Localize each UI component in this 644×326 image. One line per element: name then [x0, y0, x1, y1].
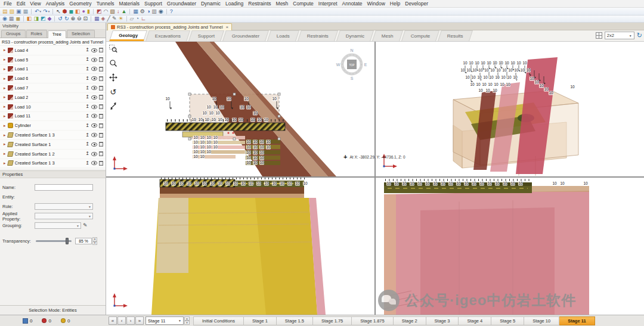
stage-tab-stage-1-5[interactable]: Stage 1.5	[277, 316, 313, 325]
layout-select[interactable]: 2x2▼	[605, 32, 634, 39]
visibility-eye-icon[interactable]	[91, 142, 97, 147]
zoom-in-icon[interactable]: ⊕	[70, 16, 75, 21]
spin-down-icon[interactable]: ▼	[184, 321, 190, 325]
edit-pencil-icon[interactable]: ✎	[83, 223, 88, 228]
visibility-eye-icon[interactable]	[91, 114, 97, 118]
expand-arrow-icon[interactable]: ▸	[4, 133, 6, 138]
visibility-eye-icon[interactable]	[91, 48, 97, 52]
axes-toggle-icon[interactable]: ∟	[141, 16, 146, 21]
open-folder-icon[interactable]: ▨	[10, 9, 15, 14]
spin-down-icon[interactable]: ▼	[92, 241, 97, 246]
menu-compute[interactable]: Compute	[290, 0, 316, 8]
tree-item-load-6[interactable]: ▸Load 6↥	[0, 74, 106, 83]
cylinder-tool-icon[interactable]: ▮	[87, 9, 90, 14]
pin-icon[interactable]: ↥	[85, 114, 89, 119]
stage-tab-stage-10[interactable]: Stage 10	[524, 316, 559, 325]
iso-view-icon[interactable]: ◆	[47, 16, 51, 21]
shaded-view-icon[interactable]: ◼	[16, 16, 20, 21]
stage-tab-stage-1[interactable]: Stage 1	[244, 316, 277, 325]
menu-dynamic[interactable]: Dynamic	[199, 0, 223, 8]
wireframe-view-icon[interactable]: ▦	[9, 16, 14, 21]
menu-window[interactable]: Window	[365, 0, 388, 8]
rotate-icon[interactable]: ↺	[108, 87, 119, 97]
expand-arrow-icon[interactable]: ▸	[4, 123, 6, 128]
pin-icon[interactable]: ↥	[85, 48, 89, 52]
stage-tab-stage-11[interactable]: Stage 11	[559, 316, 595, 325]
workflow-tab-loads[interactable]: Loads	[268, 30, 300, 41]
pin-icon[interactable]: ↥	[85, 142, 89, 147]
tree-item-load-2[interactable]: ▸Load 2↥	[0, 93, 106, 103]
pin-icon[interactable]: ↥	[85, 123, 89, 128]
menu-edit[interactable]: Edit	[14, 0, 28, 8]
restraints-tool-icon[interactable]: ▲	[121, 9, 126, 14]
measure-tool-icon[interactable]: ╱	[107, 16, 110, 21]
expand-arrow-icon[interactable]: ▸	[4, 104, 6, 109]
tree-item-load-1[interactable]: ▸Load 1↥	[0, 65, 106, 74]
tree-root[interactable]: RS3 - construction process_adding Joints…	[0, 38, 106, 46]
visibility-eye-icon[interactable]	[91, 76, 97, 80]
menu-tunnels[interactable]: Tunnels	[94, 0, 117, 8]
resize-icon[interactable]	[108, 101, 119, 111]
light-toggle-icon[interactable]: ☀	[118, 16, 123, 21]
workflow-tab-mesh[interactable]: Mesh	[372, 30, 402, 41]
geometry-box-icon[interactable]: ◼	[69, 9, 73, 14]
pan-icon[interactable]	[108, 73, 119, 82]
visibility-eye-icon[interactable]	[91, 133, 97, 137]
menu-help[interactable]: Help	[388, 0, 402, 8]
new-file-icon[interactable]: ▤	[2, 9, 8, 14]
visibility-eye-icon[interactable]	[91, 161, 97, 165]
delete-icon[interactable]	[99, 76, 103, 81]
tree-item-load-7[interactable]: ▸Load 7↥	[0, 83, 106, 93]
workflow-tab-compute[interactable]: Compute	[401, 30, 439, 41]
zoom-icon[interactable]	[108, 58, 119, 68]
expand-arrow-icon[interactable]: ▸	[4, 86, 6, 91]
interpret-tool-icon[interactable]: ◑	[147, 9, 150, 14]
workflow-tab-results[interactable]: Results	[438, 30, 473, 41]
role-select[interactable]: ▼	[35, 203, 93, 210]
stage-first-button[interactable]: «	[109, 316, 117, 325]
menu-file[interactable]: File	[1, 0, 14, 8]
menu-view[interactable]: View	[27, 0, 43, 8]
slider-thumb[interactable]	[66, 238, 69, 244]
expand-arrow-icon[interactable]: ▸	[4, 114, 6, 119]
workflow-tab-dynamic[interactable]: Dynamic	[336, 30, 374, 41]
pin-icon[interactable]: ↥	[85, 57, 89, 62]
annotate-tool-icon[interactable]: ✎	[112, 16, 117, 21]
stage-select[interactable]: Stage 11 ▼	[145, 316, 184, 325]
viewport-3d-view[interactable]: 1010101010101010101010101010101010101010…	[376, 42, 644, 176]
visibility-eye-icon[interactable]	[91, 86, 97, 90]
compass[interactable]: TOP N S W E	[336, 48, 367, 80]
applied-property-select[interactable]: ▼	[35, 213, 93, 219]
delete-icon[interactable]	[99, 67, 103, 72]
stage-last-button[interactable]: »	[135, 316, 144, 325]
delete-icon[interactable]	[99, 95, 103, 100]
delete-icon[interactable]	[99, 104, 103, 109]
delete-icon[interactable]	[99, 142, 103, 147]
expand-arrow-icon[interactable]: ▸	[4, 142, 6, 147]
save-icon[interactable]: ▣	[16, 9, 21, 14]
grouping-select[interactable]: ▼	[35, 222, 81, 229]
transparency-slider[interactable]	[36, 240, 72, 242]
visibility-eye-icon[interactable]	[91, 58, 97, 62]
sphere-tool-icon[interactable]: ●	[82, 9, 85, 14]
report-tool-icon[interactable]: ▥	[151, 9, 157, 14]
pin-icon[interactable]: ↥	[85, 104, 89, 109]
menu-developer[interactable]: Developer	[402, 0, 431, 8]
expand-arrow-icon[interactable]: ▸	[4, 161, 6, 166]
snap-toggle-icon[interactable]: ◈	[101, 16, 106, 21]
workflow-tab-groundwater[interactable]: Groundwater	[222, 30, 269, 41]
tree-item-created-surface-1-3[interactable]: ▸Created Surface 1 3↥	[0, 159, 106, 169]
visibility-eye-icon[interactable]	[91, 123, 97, 128]
rs3-hexagon-icon[interactable]: ⬢	[63, 9, 67, 14]
mesh-tool-icon[interactable]: ▦	[133, 9, 138, 14]
snapshot-tool-icon[interactable]: ◉	[159, 9, 163, 14]
menu-mesh[interactable]: Mesh	[274, 0, 291, 8]
zoom-extents-icon[interactable]: ⊡	[83, 16, 88, 21]
expand-arrow-icon[interactable]: ▸	[4, 57, 6, 62]
menu-support[interactable]: Support	[142, 0, 165, 8]
tree-item-load-4[interactable]: ▸Load 4↥	[0, 46, 106, 55]
select-arrow-icon[interactable]: ↖	[56, 9, 61, 14]
tree-item-cylinder[interactable]: ▸Cylinder↥	[0, 121, 106, 131]
workflow-tab-restraints[interactable]: Restraints	[298, 30, 338, 41]
materials-tool-icon[interactable]: ▧	[110, 9, 115, 14]
